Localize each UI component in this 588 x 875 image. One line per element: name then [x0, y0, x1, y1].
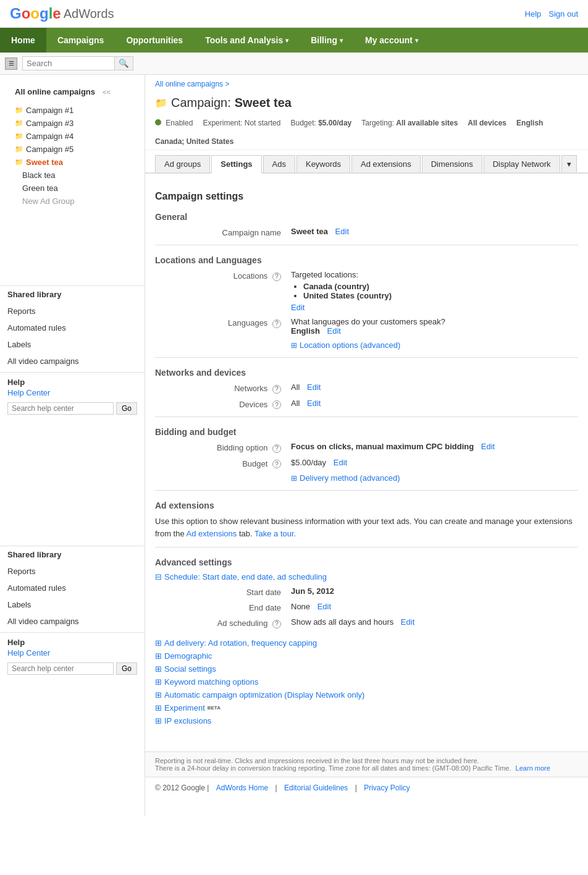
networks-help-icon[interactable]: ?	[272, 385, 281, 394]
ad-scheduling-edit[interactable]: Edit	[401, 617, 414, 627]
schedule-link[interactable]: ⊟ Schedule: Start date, end date, ad sch…	[155, 572, 578, 581]
locations-edit[interactable]: Edit	[291, 303, 304, 312]
languages-edit[interactable]: Edit	[327, 326, 341, 336]
networks-edit[interactable]: Edit	[307, 383, 321, 392]
sidebar-help-center-2[interactable]: Help Center	[0, 647, 145, 659]
sidebar-black-tea[interactable]: Black tea	[0, 169, 145, 182]
bidding-edit[interactable]: Edit	[481, 442, 495, 451]
nav-billing[interactable]: Billing ▾	[300, 28, 354, 53]
bidding-help-icon[interactable]: ?	[272, 444, 281, 453]
tab-bar: Ad groups Settings Ads Keywords Ad exten…	[145, 150, 588, 174]
folder-icon: 📁	[15, 119, 23, 127]
copyright: © 2012 Google	[155, 784, 205, 792]
keyword-matching-link[interactable]: ⊞ Keyword matching options	[155, 677, 578, 687]
footer-adwords-home[interactable]: AdWords Home	[216, 784, 268, 792]
ad-delivery-link[interactable]: ⊞ Ad delivery: Ad rotation, frequency ca…	[155, 638, 578, 648]
experiment-link[interactable]: ⊞ ExperimentBETA	[155, 703, 578, 712]
networks-section-title: Networks and devices	[155, 368, 578, 378]
start-date-value: Jun 5, 2012	[291, 586, 578, 596]
tab-settings[interactable]: Settings	[211, 155, 261, 174]
sidebar-campaign-1[interactable]: 📁 Campaign #1	[0, 104, 145, 117]
footer-editorial-guidelines[interactable]: Editorial Guidelines	[284, 784, 348, 792]
sidebar-help-go-button-2[interactable]: Go	[116, 662, 137, 675]
tab-more-button[interactable]: ▾	[561, 155, 577, 172]
social-settings-link[interactable]: ⊞ Social settings	[155, 664, 578, 674]
budget-edit[interactable]: Edit	[334, 458, 347, 467]
sidebar-collapse-button[interactable]: <<	[103, 88, 111, 96]
sidebar-shared-library[interactable]: Shared library	[0, 285, 145, 303]
bidding-row: Bidding option ? Focus on clicks, manual…	[155, 442, 578, 453]
campaign-name-edit[interactable]: Edit	[335, 227, 349, 236]
enabled-dot	[155, 119, 161, 125]
devices-edit[interactable]: Edit	[307, 399, 321, 408]
locations-row: Locations ? Targeted locations: Canada (…	[155, 270, 578, 312]
sidebar-campaign-4[interactable]: 📁 Campaign #4	[0, 130, 145, 143]
sidebar-campaign-5[interactable]: 📁 Campaign #5	[0, 143, 145, 156]
search-button[interactable]: 🔍	[115, 56, 133, 70]
sidebar-automated-rules-2[interactable]: Automated rules	[0, 580, 145, 596]
expand-plus-icon: ⊞	[291, 341, 297, 350]
learn-more-link[interactable]: Learn more	[516, 764, 550, 772]
tab-display-network[interactable]: Display Network	[484, 155, 560, 172]
nav-home[interactable]: Home	[0, 28, 46, 53]
folder-icon: 📁	[15, 106, 23, 114]
devices-help-icon[interactable]: ?	[272, 400, 281, 409]
sidebar-campaign-3[interactable]: 📁 Campaign #3	[0, 117, 145, 130]
breadcrumb-all-campaigns[interactable]: All online campaigns	[155, 80, 223, 88]
signout-link[interactable]: Sign out	[548, 9, 578, 19]
budget-value: $5.00/day Edit	[291, 458, 578, 467]
tab-keywords[interactable]: Keywords	[296, 155, 350, 172]
networks-label: Networks ?	[155, 383, 291, 394]
status-enabled: Enabled	[155, 119, 193, 127]
ip-exclusions-link[interactable]: ⊞ IP exclusions	[155, 716, 578, 725]
sidebar-help-search-input-2[interactable]	[7, 662, 114, 675]
locations-help-icon[interactable]: ?	[272, 273, 281, 281]
tab-ads[interactable]: Ads	[263, 155, 295, 172]
campaign-name-row: Campaign name Sweet tea Edit	[155, 227, 578, 237]
bidding-value: Focus on clicks, manual maximum CPC bidd…	[291, 442, 578, 451]
adwords-logo: AdWords	[64, 7, 114, 21]
sidebar-all-video-2[interactable]: All video campaigns	[0, 613, 145, 630]
search-input[interactable]	[22, 56, 115, 70]
auto-campaign-link[interactable]: ⊞ Automatic campaign optimization (Displ…	[155, 690, 578, 700]
tab-dimensions[interactable]: Dimensions	[422, 155, 482, 172]
sidebar-help-label: Help	[0, 372, 145, 387]
ad-scheduling-row: Ad scheduling ? Show ads all days and ho…	[155, 617, 578, 628]
help-link[interactable]: Help	[525, 9, 542, 19]
sidebar-new-ad-group[interactable]: New Ad Group	[0, 195, 145, 208]
nav-account[interactable]: My account ▾	[354, 28, 429, 53]
sidebar-reports[interactable]: Reports	[0, 303, 145, 319]
location-advanced-link[interactable]: ⊞ Location options (advanced)	[291, 340, 578, 350]
end-date-edit[interactable]: Edit	[317, 602, 331, 611]
sidebar-reports-2[interactable]: Reports	[0, 563, 145, 580]
nav-tools[interactable]: Tools and Analysis ▾	[194, 28, 300, 53]
nav-campaigns[interactable]: Campaigns	[46, 28, 115, 53]
language-status: English	[516, 119, 543, 127]
ad-scheduling-help-icon[interactable]: ?	[272, 620, 281, 628]
sidebar-help-center[interactable]: Help Center	[0, 387, 145, 399]
advanced-collapsed-links: ⊞ Ad delivery: Ad rotation, frequency ca…	[155, 638, 578, 725]
footer-privacy-policy[interactable]: Privacy Policy	[364, 784, 410, 792]
sidebar-all-video[interactable]: All video campaigns	[0, 353, 145, 370]
sidebar-labels[interactable]: Labels	[0, 336, 145, 353]
sidebar-sweet-tea[interactable]: 📁 Sweet tea	[0, 156, 145, 169]
sidebar-shared-library-2[interactable]: Shared library	[0, 546, 145, 563]
bidding-section-title: Bidding and budget	[155, 427, 578, 437]
sidebar-toggle-button[interactable]: ☰	[5, 57, 17, 70]
sidebar-green-tea[interactable]: Green tea	[0, 182, 145, 195]
notice-bar: Reporting is not real-time. Clicks and i…	[145, 751, 588, 777]
demographic-link[interactable]: ⊞ Demographic	[155, 651, 578, 661]
languages-help-icon[interactable]: ?	[272, 319, 281, 328]
ad-extensions-link[interactable]: Ad extensions	[187, 529, 237, 538]
take-tour-link[interactable]: Take a tour.	[254, 529, 296, 538]
sidebar-labels-2[interactable]: Labels	[0, 596, 145, 613]
delivery-method-link[interactable]: ⊞ Delivery method (advanced)	[291, 473, 578, 483]
sidebar-automated-rules[interactable]: Automated rules	[0, 319, 145, 336]
tab-ad-extensions[interactable]: Ad extensions	[351, 155, 421, 172]
sidebar-help-go-button[interactable]: Go	[116, 402, 137, 415]
budget-help-icon[interactable]: ?	[272, 460, 281, 468]
location-canada: Canada (country)	[303, 282, 578, 291]
tab-ad-groups[interactable]: Ad groups	[155, 155, 210, 172]
nav-opportunities[interactable]: Opportunities	[115, 28, 194, 53]
sidebar-help-search-input[interactable]	[7, 402, 114, 415]
